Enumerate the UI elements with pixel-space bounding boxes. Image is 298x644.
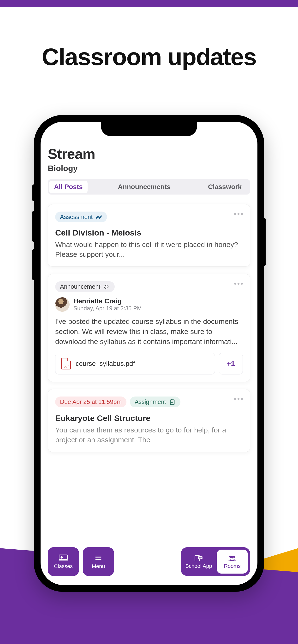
svg-point-13	[231, 556, 234, 558]
bottom-nav: Classes Menu School A	[48, 547, 250, 576]
post-card-announcement[interactable]: Announcement Henrietta Craig Sunday, Apr…	[48, 274, 250, 382]
phone-frame: Stream Biology All Posts Announcements C…	[34, 115, 264, 592]
author-name: Henrietta Craig	[73, 297, 142, 305]
author-avatar	[55, 297, 70, 312]
hamburger-icon	[93, 554, 103, 562]
post-card-assignment[interactable]: Due Apr 25 at 11:59pm Assignment Eukaryo…	[48, 389, 250, 452]
promo-top-bar	[0, 0, 298, 7]
post-more-button[interactable]	[234, 212, 243, 215]
phone-screen: Stream Biology All Posts Announcements C…	[41, 122, 257, 585]
chalkboard-icon	[58, 554, 68, 562]
devices-icon	[194, 554, 204, 562]
attachment-filename: course_syllabus.pdf	[76, 360, 135, 368]
nav-label: Menu	[92, 563, 105, 570]
svg-rect-1	[59, 555, 68, 560]
page-title: Stream	[48, 146, 250, 162]
due-date-pill: Due Apr 25 at 11:59pm	[55, 396, 126, 407]
attachment-item[interactable]: pdf course_syllabus.pdf	[55, 353, 215, 374]
post-type-pill: Assignment	[130, 396, 181, 407]
nav-rooms-button[interactable]: Rooms	[217, 550, 248, 574]
phone-side-button	[32, 211, 35, 242]
tab-announcements[interactable]: Announcements	[89, 181, 200, 193]
post-type-label: Assessment	[60, 214, 93, 220]
nav-classes-button[interactable]: Classes	[48, 547, 79, 576]
post-type-pill: Announcement	[55, 281, 115, 292]
tab-all-posts[interactable]: All Posts	[49, 181, 88, 193]
tab-classwork[interactable]: Classwork	[201, 181, 249, 193]
post-body: What would happen to this cell if it wer…	[55, 240, 243, 259]
chart-line-icon	[95, 214, 102, 220]
svg-point-3	[61, 556, 63, 558]
megaphone-icon	[103, 284, 110, 290]
post-card-assessment[interactable]: Assessment Cell Division - Meiosis What …	[48, 204, 250, 267]
stream-filter-tabs: All Posts Announcements Classwork	[48, 179, 250, 194]
nav-label: Classes	[54, 563, 73, 570]
page-subtitle: Biology	[48, 164, 250, 173]
phone-side-button	[32, 184, 35, 201]
due-date-label: Due Apr 25 at 11:59pm	[60, 398, 122, 406]
people-group-icon	[227, 554, 237, 562]
nav-label: Rooms	[224, 563, 241, 569]
post-timestamp: Sunday, Apr 19 at 2:35 PM	[73, 305, 142, 312]
pdf-file-icon: pdf	[61, 358, 71, 370]
post-more-button[interactable]	[234, 396, 243, 400]
phone-side-button	[32, 249, 35, 280]
attachment-more-button[interactable]: +1	[219, 353, 243, 374]
nav-label: School App	[185, 563, 212, 569]
phone-side-button	[263, 218, 266, 266]
nav-menu-button[interactable]: Menu	[83, 547, 114, 576]
post-type-label: Announcement	[60, 283, 100, 290]
promo-title: Classroom updates	[0, 43, 298, 71]
post-body: You can use them as resources to go to f…	[55, 425, 243, 445]
post-title: Eukaryote Cell Structure	[55, 414, 243, 423]
post-type-pill: Assessment	[55, 212, 107, 222]
post-more-button[interactable]	[234, 281, 243, 284]
svg-rect-8	[198, 556, 203, 559]
clipboard-check-icon	[169, 399, 176, 406]
phone-notch	[101, 122, 197, 136]
post-body: I've posted the updated course syllabus …	[55, 316, 243, 347]
nav-school-app-button[interactable]: School App	[183, 550, 214, 574]
post-type-label: Assignment	[135, 398, 166, 406]
nav-app-switcher: School App Rooms	[181, 547, 250, 576]
post-title: Cell Division - Meiosis	[55, 228, 243, 238]
